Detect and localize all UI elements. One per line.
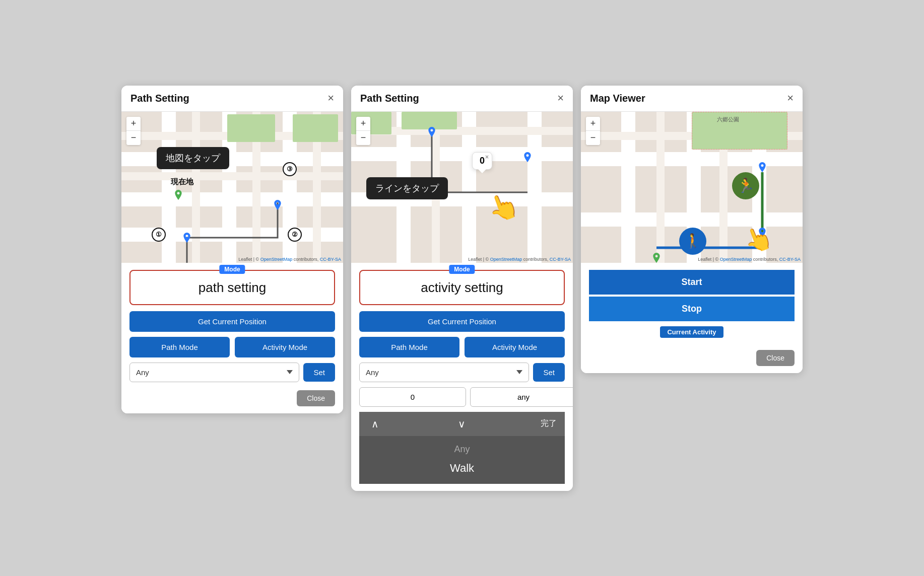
current-activity-badge: Current Activity (660, 326, 723, 338)
picker-up-btn[interactable]: ∧ (367, 416, 383, 432)
mode-badge-1: Mode (219, 265, 245, 274)
panel-path-setting-2: Path Setting × (351, 86, 573, 491)
map-bg-2: + − × 0 ラインをタップ 👆 (351, 112, 573, 263)
input-min[interactable] (359, 387, 466, 407)
activity-mode-btn-2[interactable]: Activity Mode (465, 337, 565, 357)
attribution-1: Leaflet | © OpenStreetMap contributors, … (238, 257, 341, 262)
panel-title-3: Map Viewer (590, 93, 645, 104)
zoom-controls-1: + − (126, 117, 141, 145)
mode-text-1: path setting (139, 280, 326, 296)
picker-down-btn[interactable]: ∨ (454, 416, 470, 432)
circle-num-3: ③ (283, 162, 297, 176)
zoom-in-btn-2[interactable]: + (356, 117, 370, 131)
panel-title-2: Path Setting (360, 93, 419, 104)
set-btn-1[interactable]: Set (303, 363, 335, 382)
picker-toolbar: ∧ ∨ 完了 (359, 412, 565, 436)
blue-pin-2b (522, 152, 533, 167)
panel-body-1: Mode path setting Get Current Position P… (121, 263, 343, 413)
close-panel-btn-3[interactable]: Close (756, 350, 795, 366)
mode-text-2: activity setting (368, 280, 556, 296)
zoom-in-btn-1[interactable]: + (126, 117, 141, 131)
close-panel-btn-1[interactable]: Close (297, 390, 335, 406)
zoom-controls-3: + − (586, 117, 600, 145)
circle-num-2: ② (288, 228, 302, 242)
mode-box-1: Mode path setting (129, 270, 335, 305)
blue-pin-1a (181, 233, 192, 248)
green-pin-3 (651, 253, 662, 263)
close-icon-3[interactable]: × (787, 93, 794, 104)
panel-path-setting-1: Path Setting × (121, 86, 343, 413)
blue-pin-2a (426, 127, 437, 142)
picker-overlay: ∧ ∨ 完了 Any Walk (359, 412, 565, 484)
map-area-1[interactable]: + − 現在地 ① ② ③ (121, 112, 343, 263)
zoom-out-btn-1[interactable]: − (126, 131, 141, 145)
blue-pin-3b (757, 162, 768, 177)
mode-btn-row-2: Path Mode Activity Mode (359, 337, 565, 357)
get-current-position-btn-2[interactable]: Get Current Position (359, 311, 565, 332)
panel-title-1: Path Setting (130, 93, 189, 104)
picker-item-walk[interactable]: Walk (359, 458, 565, 479)
current-location-label: 現在地 (171, 177, 193, 187)
panel-header-1: Path Setting × (121, 86, 343, 112)
circle-num-1: ① (152, 228, 166, 242)
panel-body-2: Mode activity setting Get Current Positi… (351, 263, 573, 491)
input-type[interactable] (470, 387, 573, 407)
path-mode-btn-2[interactable]: Path Mode (359, 337, 459, 357)
zoom-in-btn-3[interactable]: + (586, 117, 600, 131)
start-btn[interactable]: Start (589, 270, 795, 295)
panel-map-viewer: Map Viewer × 六郷公園 (581, 86, 803, 373)
picker-item-any[interactable]: Any (359, 441, 565, 458)
zoom-out-btn-3[interactable]: − (586, 131, 600, 145)
mode-badge-2: Mode (449, 265, 475, 274)
activity-dropdown-2[interactable]: Any Walk (359, 363, 529, 382)
map-toast-1: 地図をタップ (157, 147, 229, 169)
map-area-3[interactable]: 六郷公園 + − (581, 112, 803, 263)
balloon-close-btn[interactable]: × (485, 154, 489, 161)
mode-box-2: Mode activity setting (359, 270, 565, 305)
stop-btn[interactable]: Stop (589, 297, 795, 321)
attribution-3: Leaflet | © OpenStreetMap contributors, … (698, 257, 801, 262)
run-icon: 🏃 (732, 172, 759, 199)
map-area-2[interactable]: + − × 0 ラインをタップ 👆 (351, 112, 573, 263)
select-row-1: Any Walk Run Bike Set (129, 363, 335, 382)
close-icon-1[interactable]: × (327, 93, 334, 104)
get-current-position-btn-1[interactable]: Get Current Position (129, 311, 335, 332)
path-mode-btn-1[interactable]: Path Mode (129, 337, 230, 357)
activity-mode-btn-1[interactable]: Activity Mode (235, 337, 335, 357)
select-row-2: Any Walk Set (359, 363, 565, 382)
map-toast-2: ラインをタップ (366, 177, 448, 199)
activity-dropdown-1[interactable]: Any Walk Run Bike (129, 363, 299, 382)
zoom-out-btn-2[interactable]: − (356, 131, 370, 145)
set-btn-2[interactable]: Set (533, 363, 565, 382)
picker-done-btn[interactable]: 完了 (541, 418, 557, 429)
walk-icon: 🚶 (679, 228, 706, 255)
panel-header-3: Map Viewer × (581, 86, 803, 112)
green-pin-1 (173, 190, 184, 205)
map-bg-1: + − 現在地 ① ② ③ (121, 112, 343, 263)
balloon-value: 0 (480, 156, 485, 166)
mode-btn-row-1: Path Mode Activity Mode (129, 337, 335, 357)
balloon-popup: × 0 (472, 152, 492, 170)
picker-list: Any Walk (359, 436, 565, 484)
attribution-2: Leaflet | © OpenStreetMap contributors, … (468, 257, 571, 262)
blue-pin-1b (272, 200, 283, 215)
panel-header-2: Path Setting × (351, 86, 573, 112)
panel-body-3: Start Stop Current Activity Close (581, 263, 803, 373)
zoom-controls-2: + − (356, 117, 370, 145)
close-icon-2[interactable]: × (557, 93, 564, 104)
input-row-2 (359, 387, 565, 407)
map-bg-3: 六郷公園 + − (581, 112, 803, 263)
